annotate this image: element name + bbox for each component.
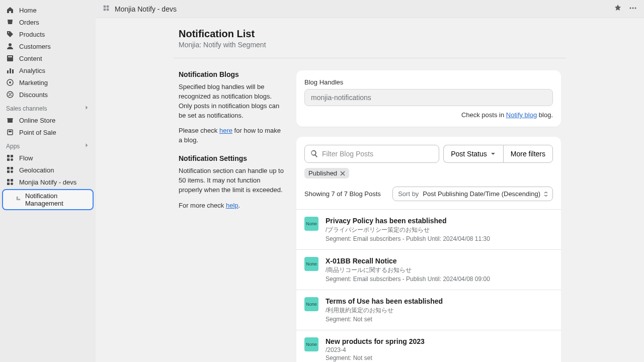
nav-marketing[interactable]: Marketing: [0, 76, 96, 88]
post-meta: Segment: Email subscribers - Publish Unt…: [326, 235, 490, 242]
notification-blogs-desc: Specified blog handles will be recognize…: [179, 82, 284, 120]
svg-rect-27: [107, 6, 109, 8]
search-icon: [310, 149, 319, 158]
svg-point-30: [630, 7, 631, 9]
tag-icon: [6, 30, 14, 38]
svg-rect-13: [9, 131, 12, 132]
svg-point-8: [9, 81, 11, 83]
notify-blog-link[interactable]: Notify blog: [506, 111, 537, 119]
search-box[interactable]: [304, 145, 439, 163]
topbar: Monjia Notify - devs: [96, 0, 644, 18]
svg-point-1: [9, 43, 12, 46]
notification-settings-more: For more check help.: [179, 201, 284, 211]
target-icon: [6, 78, 14, 86]
svg-rect-20: [7, 170, 10, 173]
post-meta: Segment: Not set: [326, 354, 425, 361]
post-meta: Segment: Email subscribers - Publish Unt…: [326, 276, 490, 283]
pos-icon: [6, 128, 14, 136]
svg-rect-15: [11, 155, 13, 157]
svg-point-21: [11, 170, 13, 173]
nav-geolocation[interactable]: Geolocation: [0, 164, 96, 176]
post-sub: /利用規約策定のお知らせ: [326, 306, 443, 315]
post-thumb: None: [304, 297, 318, 311]
sales-channels-section[interactable]: Sales channels: [0, 101, 96, 114]
svg-point-10: [9, 93, 10, 94]
post-title: New products for spring 2023: [326, 337, 425, 345]
post-item[interactable]: None Terms of Use has been established /…: [296, 290, 561, 330]
nav-products[interactable]: Products: [0, 28, 96, 40]
post-title: Privacy Policy has been established: [326, 217, 490, 225]
svg-rect-2: [7, 55, 13, 61]
svg-rect-5: [10, 68, 11, 73]
svg-rect-29: [107, 9, 109, 11]
post-thumb: None: [304, 217, 318, 231]
nav-monjia-notify---devs[interactable]: Monjia Notify - devs: [0, 176, 96, 188]
notification-settings-heading: Notification Settings: [179, 154, 284, 162]
sub-arrow-icon: [16, 196, 22, 204]
svg-rect-6: [12, 69, 14, 73]
nav-point-of-sale[interactable]: Point of Sale: [0, 126, 96, 138]
svg-point-25: [11, 183, 13, 185]
nav-home[interactable]: Home: [0, 4, 96, 16]
help-link[interactable]: help: [226, 202, 238, 209]
post-item[interactable]: None X-01BB Recall Notice /商品リコールに関するお知ら…: [296, 249, 561, 290]
post-sub: /プライバシーポリシー策定のお知らせ: [326, 226, 490, 234]
pin-icon[interactable]: [614, 4, 622, 14]
post-item[interactable]: None Privacy Policy has been established…: [296, 209, 561, 249]
apps-section[interactable]: Apps: [0, 138, 96, 152]
app-icon: [6, 166, 14, 174]
blog-handles-label: Blog Handles: [304, 78, 553, 86]
app-subnav-notification-management[interactable]: Notification Management: [2, 189, 94, 210]
svg-rect-3: [8, 56, 12, 57]
nav-online-store[interactable]: Online Store: [0, 114, 96, 126]
post-title: X-01BB Recall Notice: [326, 257, 490, 265]
nav-flow[interactable]: Flow: [0, 152, 96, 164]
svg-point-0: [8, 32, 9, 33]
svg-point-31: [632, 7, 634, 9]
search-input[interactable]: [322, 150, 434, 158]
home-icon: [6, 6, 14, 14]
svg-point-17: [11, 158, 13, 161]
notification-blogs-heading: Notification Blogs: [179, 70, 284, 78]
more-icon[interactable]: [629, 4, 637, 14]
svg-point-11: [11, 95, 12, 96]
post-status-button[interactable]: Post Status: [443, 145, 503, 163]
svg-rect-16: [7, 158, 10, 161]
post-sub: /2023-4: [326, 346, 425, 353]
sales-channels-label: Sales channels: [6, 105, 47, 112]
page-title: Notification List: [179, 28, 561, 40]
sort-caret-icon: [543, 192, 548, 197]
svg-rect-24: [7, 183, 10, 185]
blog-handles-hint: Check posts in Notify blog blog.: [304, 111, 553, 119]
chevron-right-icon: [84, 105, 90, 112]
svg-rect-22: [7, 179, 10, 182]
svg-rect-18: [7, 167, 10, 169]
caret-down-icon: [490, 151, 496, 157]
post-meta: Segment: Not set: [326, 316, 443, 323]
filter-tag-published[interactable]: Published: [304, 168, 349, 178]
post-thumb: None: [304, 337, 318, 351]
more-filters-button[interactable]: More filters: [503, 145, 553, 163]
apps-label: Apps: [6, 143, 20, 150]
orders-icon: [6, 18, 14, 26]
svg-rect-26: [104, 6, 106, 8]
notification-settings-desc: Notification section can handle up to 50…: [179, 166, 284, 195]
nav-customers[interactable]: Customers: [0, 40, 96, 52]
nav-analytics[interactable]: Analytics: [0, 64, 96, 76]
blog-handles-input[interactable]: [304, 89, 553, 106]
svg-rect-14: [7, 155, 10, 157]
person-icon: [6, 42, 14, 50]
close-icon[interactable]: [340, 171, 345, 176]
app-icon: [103, 5, 110, 13]
analytics-icon: [6, 66, 14, 74]
nav-orders[interactable]: Orders: [0, 16, 96, 28]
nav-content[interactable]: Content: [0, 52, 96, 64]
content-icon: [6, 54, 14, 62]
nav-discounts[interactable]: Discounts: [0, 88, 96, 101]
posts-card: Post Status More filters Published: [296, 137, 561, 362]
here-link[interactable]: here: [219, 127, 232, 134]
sort-select[interactable]: Sort by Post Publishing Date/Time (Desce…: [392, 187, 553, 201]
notification-blogs-check: Please check here for how to make a blog…: [179, 126, 284, 145]
post-item[interactable]: None New products for spring 2023 /2023-…: [296, 330, 561, 362]
showing-text: Showing 7 of 7 Blog Posts: [304, 190, 381, 198]
